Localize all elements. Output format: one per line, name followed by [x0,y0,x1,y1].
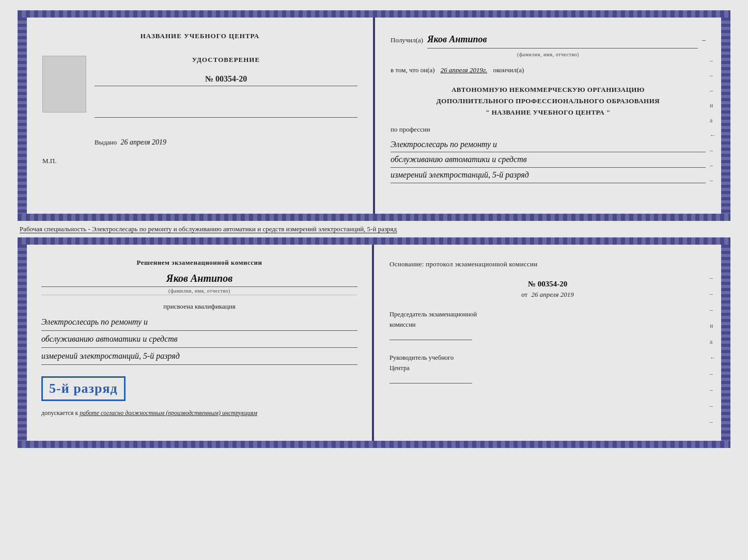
top-strip [18,10,730,18]
bottom-side-marks: – – – и а ← – – – – [710,274,716,426]
date-line: в том, что он(а) 26 апреля 2019г. окончи… [391,65,706,76]
issued-line: Выдано 26 апреля 2019 [95,138,357,147]
mp-label: М.П. [42,157,357,165]
person-name: Яков Антипов [41,273,357,287]
chairman-line1: Председатель экзаменационной [389,309,706,319]
issued-date: 26 апреля 2019 [121,138,166,146]
head-line2: Центра [389,363,706,373]
decision-header: Решением экзаменационной комиссии [41,257,357,268]
left-side-decor [18,18,27,214]
допускается-prefix: допускается к [41,409,78,417]
profession-line3: измерений электростанций, 5-й разряд [391,168,706,183]
top-left-page: НАЗВАНИЕ УЧЕБНОГО ЦЕНТРА УДОСТОВЕРЕНИЕ №… [27,18,375,214]
bottom-left-page: Решением экзаменационной комиссии Яков А… [27,245,374,441]
name-subtitle-bottom: (фамилия, имя, отчество) [41,288,357,295]
org-name-line: " НАЗВАНИЕ УЧЕБНОГО ЦЕНТРА " [391,107,706,118]
rank-badge: 5-й разряд [41,376,126,401]
chairman-line2: комиссии [389,319,706,330]
bottom-top-strip [18,237,730,245]
basis-number: № 00354-20 [389,280,706,289]
chairman-block: Председатель экзаменационной комиссии [389,309,706,343]
org-quote-open: " [486,108,490,116]
profession-line1: Электрослесарь по ремонту и [391,137,706,153]
org-line2: ДОПОЛНИТЕЛЬНОГО ПРОФЕССИОНАЛЬНОГО ОБРАЗО… [391,95,706,107]
basis-line1: Основание: протокол экзаменационной коми… [389,260,538,268]
rank-section: 5-й разряд [41,371,357,406]
name-subtitle: (фамилия, имя, отчество) [391,51,706,59]
qual-block: Электрослесарь по ремонту и обслуживанию… [41,314,357,365]
head-line1: Руководитель учебного [389,353,706,363]
org-name: НАЗВАНИЕ УЧЕБНОГО ЦЕНТРА [492,108,605,116]
bottom-document: Решением экзаменационной комиссии Яков А… [18,237,730,448]
org-quote-close: " [606,108,611,116]
basis-date: 26 апреля 2019 [532,291,574,298]
допускается-text: работе согласно должностным (производств… [80,409,257,417]
photo-placeholder [42,56,86,113]
side-marks: – – – и а ← – – – [710,57,716,184]
profession-block: Электрослесарь по ремонту и обслуживанию… [391,137,706,183]
qual-prefix: присвоена квалификация [41,302,357,311]
cert-number: № 00354-20 [95,74,357,86]
dash: – [702,35,706,46]
recipient-line: Получил(а) Яков Антипов – [391,32,706,49]
date-prefix: в том, что он(а) [391,66,435,74]
top-document: НАЗВАНИЕ УЧЕБНОГО ЦЕНТРА УДОСТОВЕРЕНИЕ №… [18,10,730,221]
profession-prefix: по профессии [391,124,706,135]
qual-line1: Электрослесарь по ремонту и [41,314,357,331]
decision-line1: Решением экзаменационной комиссии [136,259,262,266]
basis-date-line: от 26 апреля 2019 [389,291,706,299]
top-right-page: Получил(а) Яков Антипов – (фамилия, имя,… [375,18,721,214]
org-block: АВТОНОМНУЮ НЕКОММЕРЧЕСКУЮ ОРГАНИЗАЦИЮ ДО… [391,84,706,118]
date-suffix: окончил(а) [493,66,524,74]
issued-label: Выдано [95,138,117,146]
org-line1: АВТОНОМНУЮ НЕКОММЕРЧЕСКУЮ ОРГАНИЗАЦИЮ [391,84,706,95]
bottom-right-page: Основание: протокол экзаменационной коми… [374,245,721,441]
допускается-line: допускается к работе согласно должностны… [41,409,357,417]
basis-header: Основание: протокол экзаменационной коми… [389,259,706,270]
bottom-strip [18,214,730,221]
head-block: Руководитель учебного Центра [389,353,706,387]
bottom-right-side-decor [721,245,730,441]
profession-line2: обслуживанию автоматики и средств [391,152,706,168]
info-text: Рабочая специальность - Электрослесарь п… [18,221,730,237]
rank-text: 5-й разряд [49,381,118,396]
cert-type: УДОСТОВЕРЕНИЕ [95,56,357,64]
chairman-signature-line [389,330,472,340]
basis-date-prefix: от [521,291,527,298]
head-signature-line [389,373,472,383]
bottom-doc-bottom-strip [18,441,730,448]
right-side-decor [721,18,730,214]
qual-line2: обслуживанию автоматики и средств [41,331,357,348]
date-value: 26 апреля 2019г. [441,66,487,74]
qual-line3: измерений электростанций, 5-й разряд [41,348,357,365]
bottom-left-side-decor [18,245,27,441]
center-label: НАЗВАНИЕ УЧЕБНОГО ЦЕНТРА [42,32,357,40]
recipient-name: Яков Антипов [427,32,698,49]
recipient-prefix: Получил(а) [391,35,423,46]
